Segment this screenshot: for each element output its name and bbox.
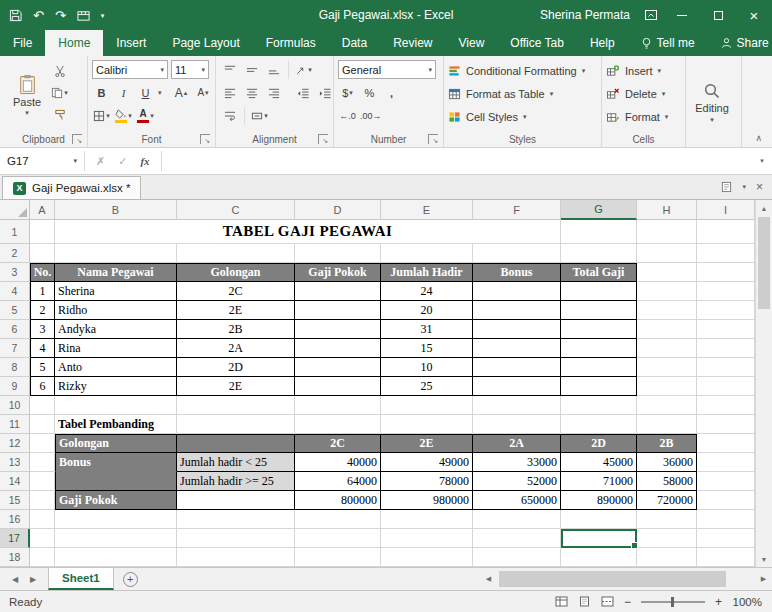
row-header[interactable]: 13 (0, 453, 30, 472)
row-header[interactable]: 2 (0, 244, 30, 263)
cell[interactable]: 3 (30, 320, 55, 339)
condition-cell[interactable]: Jumlah hadir >= 25 (177, 472, 295, 491)
cell[interactable] (295, 396, 381, 415)
cell[interactable] (55, 529, 177, 548)
sheet-tab-sheet1[interactable]: Sheet1 (48, 568, 114, 590)
cell[interactable] (637, 510, 697, 529)
number-dialog-launcher-icon[interactable]: ↘ (428, 134, 438, 144)
cell[interactable] (637, 358, 697, 377)
cell[interactable] (295, 244, 381, 263)
cell[interactable] (637, 377, 697, 396)
cell[interactable]: 1 (30, 282, 55, 301)
cell[interactable] (473, 377, 561, 396)
column-header-H[interactable]: H (637, 200, 697, 220)
cell[interactable] (637, 220, 697, 244)
cut-icon[interactable] (50, 61, 69, 80)
horizontal-scroll-thumb[interactable] (499, 571, 726, 587)
condition-cell[interactable]: Jumlah hadir < 25 (177, 453, 295, 472)
cell[interactable] (697, 244, 755, 263)
cell[interactable] (30, 529, 55, 548)
cell[interactable] (561, 510, 637, 529)
font-color-icon[interactable]: A ▾ (136, 106, 155, 125)
paste-button[interactable]: Paste ▾ (4, 59, 50, 131)
title-cell[interactable]: TABEL GAJI PEGAWAI (55, 220, 561, 244)
row-header[interactable]: 18 (0, 548, 30, 567)
italic-button[interactable]: I (114, 83, 133, 102)
pembanding-row-label[interactable]: Gaji Pokok (55, 491, 177, 510)
cell[interactable] (295, 510, 381, 529)
cell[interactable]: 64000 (295, 472, 381, 491)
bold-button[interactable]: B (92, 83, 111, 102)
cell[interactable] (637, 548, 697, 567)
cell[interactable]: 2D (561, 434, 637, 453)
pembanding-row-label[interactable]: Golongan (55, 434, 177, 453)
editing-button[interactable]: Editing ▾ (690, 59, 734, 147)
cell[interactable] (55, 244, 177, 263)
cell[interactable] (381, 510, 473, 529)
cell[interactable] (697, 377, 755, 396)
table-header-cell[interactable]: Total Gaji (561, 263, 637, 282)
cell[interactable] (473, 415, 561, 434)
normal-view-icon[interactable] (555, 596, 568, 607)
pembanding-caption-cell[interactable]: Tabel Pembanding (55, 415, 177, 434)
cell[interactable] (30, 491, 55, 510)
cell[interactable] (561, 548, 637, 567)
cell[interactable] (637, 415, 697, 434)
increase-font-size-icon[interactable]: A▴ (172, 83, 191, 102)
cell[interactable] (295, 415, 381, 434)
save-icon[interactable] (9, 9, 22, 22)
row-header-17-selected[interactable]: 17 (0, 529, 30, 548)
cell[interactable] (381, 244, 473, 263)
cell-styles-button[interactable]: Cell Styles ▾ (448, 106, 597, 128)
cell[interactable] (561, 415, 637, 434)
cell[interactable] (637, 396, 697, 415)
cell[interactable]: 5 (30, 358, 55, 377)
cell[interactable] (30, 472, 55, 491)
cell[interactable] (381, 415, 473, 434)
ribbon-display-options-icon[interactable] (644, 8, 658, 22)
cell[interactable] (30, 510, 55, 529)
tab-office-tab[interactable]: Office Tab (497, 30, 577, 56)
format-cells-button[interactable]: Format ▾ (606, 106, 681, 128)
cell[interactable]: 58000 (637, 472, 697, 491)
decrease-indent-icon[interactable] (293, 83, 312, 102)
document-tab[interactable]: X Gaji Pegawai.xlsx * (2, 176, 141, 199)
align-center-icon[interactable] (242, 83, 261, 102)
formula-input[interactable] (162, 148, 752, 174)
cell[interactable] (561, 358, 637, 377)
cell[interactable] (30, 434, 55, 453)
cell[interactable]: Ridho (55, 301, 177, 320)
cell[interactable] (295, 377, 381, 396)
row-header[interactable]: 12 (0, 434, 30, 453)
new-sheet-icon[interactable]: + (123, 572, 138, 587)
cell[interactable] (295, 320, 381, 339)
merge-center-icon[interactable]: ▾ (250, 106, 269, 125)
cell[interactable] (697, 472, 755, 491)
cell[interactable]: Andyka (55, 320, 177, 339)
row-header[interactable]: 6 (0, 320, 30, 339)
cell[interactable]: 71000 (561, 472, 637, 491)
decrease-font-size-icon[interactable]: A▾ (194, 83, 213, 102)
cell[interactable] (55, 548, 177, 567)
cell[interactable] (637, 301, 697, 320)
cell[interactable]: 45000 (561, 453, 637, 472)
scroll-left-icon[interactable]: ◀ (480, 568, 497, 590)
cell[interactable]: 10 (381, 358, 473, 377)
cell[interactable] (30, 548, 55, 567)
underline-button[interactable]: U (136, 83, 155, 102)
cell[interactable] (55, 472, 177, 491)
cell[interactable] (561, 220, 637, 244)
cell[interactable]: 2E (381, 434, 473, 453)
cell[interactable] (177, 491, 295, 510)
zoom-slider[interactable] (641, 601, 705, 603)
cell[interactable] (473, 244, 561, 263)
row-header[interactable]: 7 (0, 339, 30, 358)
column-header-C[interactable]: C (177, 200, 295, 220)
row-header[interactable]: 14 (0, 472, 30, 491)
vertical-scrollbar[interactable]: ▲ ▼ (755, 200, 772, 567)
cell[interactable]: 2C (177, 282, 295, 301)
select-all-corner[interactable] (0, 200, 30, 220)
cell[interactable]: 24 (381, 282, 473, 301)
cell[interactable]: Rina (55, 339, 177, 358)
cell[interactable]: 40000 (295, 453, 381, 472)
